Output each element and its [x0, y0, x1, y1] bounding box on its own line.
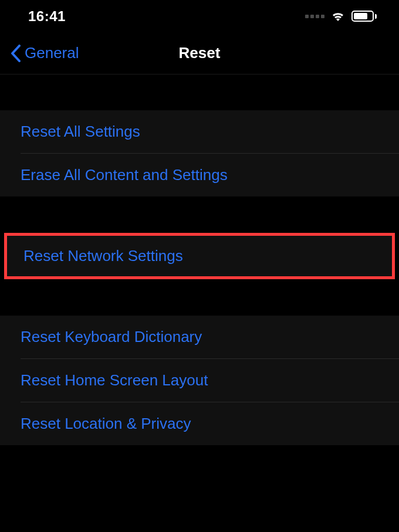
section-spacer [0, 196, 399, 233]
status-time: 16:41 [28, 8, 66, 25]
reset-section-3: Reset Keyboard Dictionary Reset Home Scr… [0, 316, 399, 445]
reset-section-1: Reset All Settings Erase All Content and… [0, 110, 399, 196]
wifi-icon [330, 11, 346, 22]
page-title: Reset [179, 44, 221, 62]
status-icons [305, 11, 377, 22]
reset-keyboard-dictionary[interactable]: Reset Keyboard Dictionary [0, 316, 399, 358]
status-bar: 16:41 [0, 0, 399, 32]
reset-network-settings[interactable]: Reset Network Settings [7, 236, 392, 276]
reset-section-2: Reset Network Settings [7, 236, 392, 276]
erase-all-content[interactable]: Erase All Content and Settings [0, 154, 399, 196]
highlight-annotation: Reset Network Settings [4, 233, 395, 279]
section-spacer [0, 279, 399, 316]
navigation-bar: General Reset [0, 32, 399, 74]
section-spacer [0, 74, 399, 110]
back-button[interactable]: General [11, 44, 79, 62]
chevron-left-icon [11, 45, 21, 62]
reset-location-privacy[interactable]: Reset Location & Privacy [0, 402, 399, 445]
reset-home-screen-layout[interactable]: Reset Home Screen Layout [0, 359, 399, 402]
cellular-icon [305, 15, 324, 18]
back-label: General [25, 44, 79, 62]
battery-icon [351, 11, 377, 22]
reset-all-settings[interactable]: Reset All Settings [0, 110, 399, 153]
